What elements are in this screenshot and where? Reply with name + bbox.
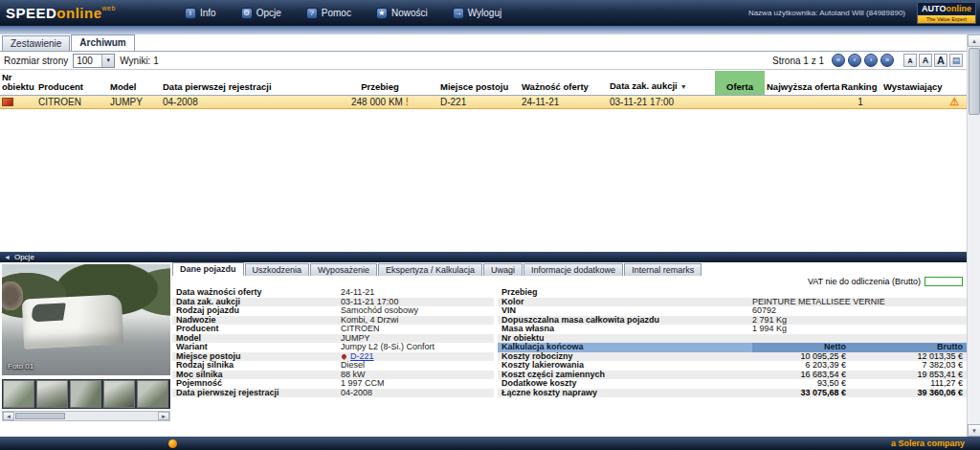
tab-ekspertyza-kalkulacja[interactable]: Ekspertyza / Kalkulacja: [378, 263, 482, 276]
detail-row: ModelJUMPY: [172, 334, 494, 344]
collapse-panel-icon[interactable]: ◄: [4, 254, 11, 260]
col-header-oferta[interactable]: Oferta: [715, 71, 765, 96]
chevron-down-icon: ▼: [101, 55, 114, 67]
cell-miejsce-postoju: D-221: [438, 96, 520, 109]
calc-row: Dodatkowe koszty93,50 €111,27 €: [498, 379, 967, 389]
result-row[interactable]: CITROEN JUMPY 04-2008 248 000 KM ! D-221…: [0, 96, 967, 109]
tab-archiwum[interactable]: Archiwum: [71, 34, 134, 51]
export-button[interactable]: ▤: [949, 54, 963, 67]
vertical-scrollbar[interactable]: ▲ ▼: [967, 34, 980, 437]
detail-row: Masa własna1 994 Kg: [498, 325, 967, 334]
menu-item-label: Wyloguj: [468, 8, 501, 18]
user-label: Nazwa użytkownika:: [748, 9, 817, 17]
cell-model: JUMPY: [108, 96, 161, 109]
photo-thumbnail-3[interactable]: [70, 380, 101, 408]
col-header-wystawiajacy[interactable]: Wystawiający: [881, 71, 943, 96]
detail-row: Rodzaj silnikaDiesel: [172, 361, 494, 371]
menu-item-wyloguj[interactable]: →Wyloguj: [453, 8, 501, 19]
mileage-warning-icon: !: [406, 97, 409, 107]
row-thumbnail[interactable]: [2, 98, 13, 106]
next-page-button[interactable]: ›: [864, 54, 878, 67]
col-header-waznosc-oferty[interactable]: Ważność oferty: [520, 71, 608, 96]
tab-informacje-dodatkowe[interactable]: Informacje dodatkowe: [523, 263, 623, 276]
filmstrip-scroll-left-icon[interactable]: ◄: [3, 412, 14, 420]
detail-row: Rodzaj pojazduSamochód osobowy: [172, 306, 494, 316]
col-header-producent[interactable]: Producent: [36, 71, 108, 96]
col-header-data-rejestracji[interactable]: Data pierwszej rejestracji: [161, 71, 322, 96]
scrollbar-thumb[interactable]: [969, 48, 980, 115]
calc-title: Kalkulacja końcowa: [498, 343, 752, 352]
top-bar: SPEEDonlineweb iInfo ⚙Opcje ?Pomoc ★Nowo…: [0, 0, 980, 26]
scroll-up-icon[interactable]: ▲: [968, 34, 980, 47]
menu-item-opcje[interactable]: ⚙Opcje: [241, 8, 281, 19]
cell-waznosc-oferty: 24-11-21: [520, 96, 608, 109]
col-header-model[interactable]: Model: [108, 71, 161, 96]
vat-row: VAT nie do odliczenia (Brutto): [808, 277, 963, 286]
photo-thumbnail-4[interactable]: [103, 380, 135, 408]
prev-page-button[interactable]: ‹: [848, 54, 861, 67]
mileage-value: 248 000 KM: [351, 97, 403, 107]
detail-row: Pojemność1 997 CCM: [172, 379, 494, 389]
detail-row: Dopuszczalna masa całkowita pojazdu2 791…: [498, 316, 967, 326]
tab-zestawienie[interactable]: Zestawienie: [2, 35, 70, 51]
first-page-button[interactable]: «: [832, 54, 845, 67]
detail-row: VIN60792: [498, 306, 967, 316]
tab-wyposazenie[interactable]: Wyposażenie: [310, 263, 377, 276]
app-window: SPEEDonlineweb iInfo ⚙Opcje ?Pomoc ★Nowo…: [0, 0, 980, 450]
tab-uwagi[interactable]: Uwagi: [483, 263, 523, 276]
photo-thumbnail-5[interactable]: [137, 380, 168, 408]
photo-caption: Foto 01: [8, 362, 33, 371]
photo-thumbnail-2[interactable]: [36, 380, 68, 408]
photo-van-windshield: [31, 303, 66, 322]
detail-row: Data pierwszej rejestracji04-2008: [172, 389, 494, 398]
tab-internal-remarks[interactable]: Internal remarks: [624, 263, 702, 276]
calc-header-row: Kalkulacja końcowaNettoBrutto: [498, 343, 967, 352]
calc-row: Koszt części zamiennych16 683,54 €19 853…: [498, 371, 967, 380]
font-size-small-button[interactable]: A: [903, 54, 917, 67]
col-header-label: Data zak. aukcji: [610, 80, 678, 91]
sort-desc-icon: ▼: [680, 83, 687, 90]
col-header-najwyzsza-oferta[interactable]: Najwyższa oferta: [765, 71, 839, 96]
filmstrip-scroll-thumb[interactable]: [15, 413, 65, 419]
menu-item-label: Pomoc: [322, 8, 351, 18]
main-tabs: Zestawienie Archiwum: [2, 34, 135, 51]
cell-oferta: [715, 96, 765, 109]
col-header-nr-obiektu[interactable]: Nr obiektu: [0, 71, 36, 96]
photo-filmstrip: [2, 379, 170, 409]
page-size-select[interactable]: 100 ▼: [73, 54, 115, 68]
vehicle-photo[interactable]: Foto 01: [2, 264, 170, 375]
detail-row: Nr obiektu: [498, 334, 967, 344]
tab-uszkodzenia[interactable]: Uszkodzenia: [245, 263, 310, 276]
detail-row: Moc silnika88 kW: [172, 371, 494, 380]
col-header-ranking[interactable]: Ranking: [839, 71, 881, 96]
filmstrip-scroll-right-icon[interactable]: ►: [158, 412, 169, 420]
menu-item-label: Info: [200, 8, 216, 18]
col-header-przebieg[interactable]: Przebieg: [322, 71, 438, 96]
warning-icon: ⚠: [950, 96, 960, 107]
last-page-button[interactable]: »: [880, 54, 894, 67]
scroll-down-icon[interactable]: ▼: [968, 424, 980, 437]
font-size-large-button[interactable]: A: [934, 54, 947, 67]
cell-najwyzsza-oferta: [765, 96, 839, 109]
logo-speed-text: SPEED: [6, 5, 56, 21]
detail-row: Przebieg: [498, 288, 967, 298]
options-panel-title: Opcje: [14, 253, 34, 261]
cell-ranking: 1: [839, 96, 881, 109]
vat-input[interactable]: [924, 277, 963, 286]
font-size-medium-button[interactable]: A: [919, 54, 932, 67]
menu-item-nowosci[interactable]: ★Nowości: [376, 8, 428, 19]
calc-total-row: Łączne koszty naprawy33 075,68 €39 360,0…: [498, 389, 967, 398]
photo-thumbnail-1[interactable]: [3, 380, 34, 408]
cell-nr-obiektu: [0, 96, 36, 109]
menu-item-info[interactable]: iInfo: [185, 8, 216, 19]
col-header-data-zak-aukcji[interactable]: Data zak. aukcji▼: [608, 71, 715, 96]
cell-warning: ⚠: [943, 96, 967, 109]
toolbar-left: Rozmiar strony 100 ▼ Wyniki: 1: [4, 54, 159, 68]
brand-online-text: online: [946, 4, 971, 13]
menu-item-pomoc[interactable]: ?Pomoc: [306, 8, 351, 19]
detail-row: Data zak. aukcji03-11-21 17:00: [172, 298, 494, 307]
tab-dane-pojazdu[interactable]: Dane pojazdu: [172, 262, 244, 276]
col-header-miejsce-postoju[interactable]: Miejsce postoju: [438, 71, 520, 96]
calc-row: Koszty lakierowania6 203,39 €7 382,03 €: [498, 361, 967, 371]
location-link[interactable]: D-221: [350, 352, 374, 361]
